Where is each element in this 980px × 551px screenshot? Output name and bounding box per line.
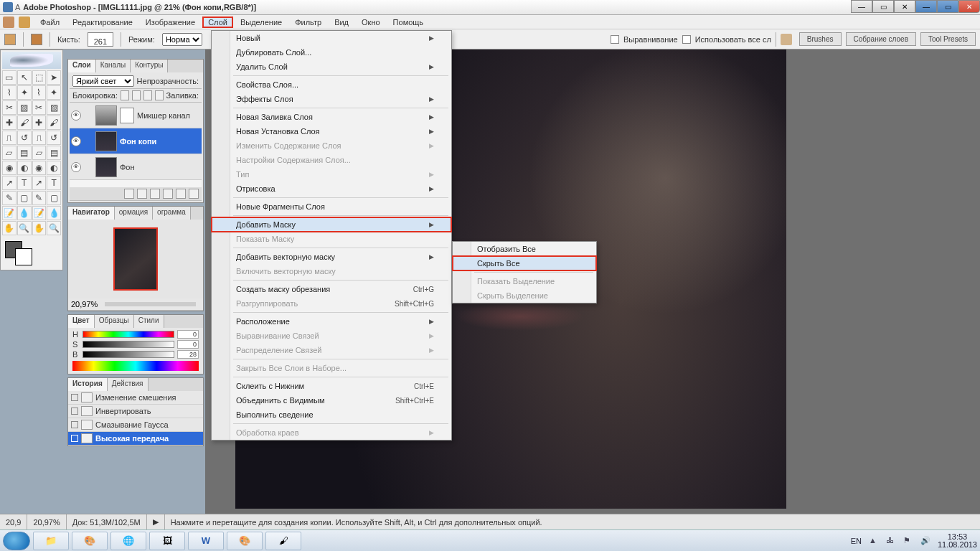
use-all-checkbox[interactable] bbox=[682, 35, 691, 44]
tool-type[interactable]: T bbox=[17, 176, 32, 190]
tool-brush2[interactable]: 🖌 bbox=[47, 116, 61, 130]
tool-history2[interactable]: ↺ bbox=[47, 131, 61, 145]
file-browser-icon[interactable] bbox=[781, 34, 792, 45]
bri-value[interactable]: 28 bbox=[177, 350, 199, 359]
menu-item[interactable]: Новая Установка Слоя▶ bbox=[212, 124, 451, 138]
tool-shape2[interactable]: ▢ bbox=[47, 191, 61, 205]
inner-close-button[interactable]: ✕ bbox=[894, 0, 915, 13]
tool-path2[interactable]: ↗ bbox=[32, 176, 47, 190]
taskbar-chrome[interactable]: 🌐 bbox=[110, 532, 146, 550]
tool-stamp[interactable]: ⎍ bbox=[2, 131, 17, 145]
tool-hand2[interactable]: ✋ bbox=[32, 221, 47, 235]
inner-restore-button[interactable]: ▭ bbox=[872, 0, 894, 13]
layer-row[interactable]: 👁 Микшер канал bbox=[70, 103, 202, 128]
minimize-button[interactable]: — bbox=[915, 0, 937, 13]
menu-layer[interactable]: Слой bbox=[202, 17, 233, 28]
tool-wand[interactable]: ✦ bbox=[17, 85, 32, 100]
menu-item[interactable]: Добавить Маску▶ bbox=[212, 217, 451, 232]
tab-styles[interactable]: Стили bbox=[134, 315, 164, 328]
tool-wand2[interactable]: ✦ bbox=[47, 85, 61, 100]
lock-all-icon[interactable] bbox=[155, 90, 164, 100]
submenu-item[interactable]: Отобразить Все bbox=[453, 242, 596, 256]
network-icon[interactable]: 🖧 bbox=[886, 536, 896, 546]
maximize-button[interactable]: ▭ bbox=[937, 0, 958, 13]
menu-item[interactable]: Отрисовка▶ bbox=[212, 182, 451, 196]
menu-edit[interactable]: Редактирование bbox=[67, 17, 138, 28]
tab-navigator[interactable]: Навигатор bbox=[68, 207, 115, 220]
lang-indicator[interactable]: EN bbox=[851, 537, 862, 545]
tab-channels[interactable]: Каналы bbox=[96, 60, 131, 72]
new-layer-icon[interactable] bbox=[176, 189, 186, 199]
sat-slider[interactable] bbox=[83, 341, 174, 348]
taskbar-explorer[interactable]: 📁 bbox=[33, 532, 69, 550]
tool-move[interactable]: ↖ bbox=[17, 70, 32, 85]
tool-hand[interactable]: ✋ bbox=[2, 221, 17, 235]
brush-preview[interactable]: 261 bbox=[88, 32, 113, 47]
tool-path[interactable]: ↗ bbox=[2, 176, 17, 190]
tool-shape[interactable]: ▢ bbox=[17, 191, 32, 205]
dock-brushes[interactable]: Brushes bbox=[799, 32, 842, 46]
tool-pen2[interactable]: ✎ bbox=[32, 191, 47, 205]
taskbar-word[interactable]: W bbox=[188, 532, 224, 550]
tool-dodge[interactable]: ◐ bbox=[17, 161, 32, 175]
menu-help[interactable]: Помощь bbox=[387, 17, 430, 28]
tool-crop[interactable]: ✂ bbox=[2, 100, 17, 115]
lock-pixels-icon[interactable] bbox=[132, 90, 141, 100]
layer-row[interactable]: 👁 Фон копи bbox=[70, 128, 202, 154]
tab-layers[interactable]: Слои bbox=[68, 60, 96, 72]
menu-item[interactable]: Новая Заливка Слоя▶ bbox=[212, 110, 451, 124]
flag-icon[interactable]: ▲ bbox=[869, 536, 879, 546]
tool-brush[interactable]: 🖌 bbox=[17, 116, 32, 130]
tool-zoom2[interactable]: 🔍 bbox=[47, 221, 61, 235]
tool-eraser[interactable]: ▱ bbox=[2, 146, 17, 160]
tool-marquee2[interactable]: ⬚ bbox=[32, 70, 47, 85]
tool-crop2[interactable]: ✂ bbox=[32, 100, 47, 115]
status-zoom[interactable]: 20,97% bbox=[27, 514, 66, 529]
menu-item[interactable]: Создать маску обрезанияCtrl+G bbox=[212, 282, 451, 296]
sat-value[interactable]: 0 bbox=[177, 340, 199, 349]
menu-item[interactable]: Расположение▶ bbox=[212, 314, 451, 329]
tool-lasso2[interactable]: ⌇ bbox=[32, 85, 47, 100]
lock-position-icon[interactable] bbox=[143, 90, 152, 100]
close-button[interactable]: ✕ bbox=[958, 0, 980, 13]
tool-stamp2[interactable]: ⎍ bbox=[32, 131, 47, 145]
inner-minimize-button[interactable]: — bbox=[851, 0, 872, 13]
submenu-item[interactable]: Скрыть Все bbox=[453, 256, 596, 270]
dock-layers-set[interactable]: Собрание слоев bbox=[846, 32, 916, 46]
lock-transparent-icon[interactable] bbox=[121, 90, 129, 100]
align-checkbox[interactable] bbox=[611, 35, 619, 44]
menu-select[interactable]: Выделение bbox=[235, 17, 288, 28]
menu-item[interactable]: Удалить Слой▶ bbox=[212, 60, 451, 74]
hue-value[interactable]: 0 bbox=[177, 330, 199, 339]
status-doc-size[interactable]: Док: 51,3M/102,5M bbox=[67, 514, 147, 529]
tool-pen[interactable]: ✎ bbox=[2, 191, 17, 205]
clock[interactable]: 13:5311.08.2013 bbox=[938, 533, 977, 549]
tool-notes[interactable]: 📝 bbox=[2, 206, 17, 220]
history-row[interactable]: Инвертировать bbox=[68, 405, 203, 418]
tool-move2[interactable]: ➤ bbox=[47, 70, 61, 85]
hue-slider[interactable] bbox=[83, 331, 174, 338]
color-swatches[interactable] bbox=[2, 238, 61, 268]
tool-eyedrop[interactable]: 💧 bbox=[17, 206, 32, 220]
history-row[interactable]: Изменение смешения bbox=[68, 391, 203, 405]
layer-row[interactable]: 👁 Фон bbox=[70, 154, 202, 180]
taskbar-app2[interactable]: 🖼 bbox=[149, 532, 185, 550]
tool-gradient2[interactable]: ▤ bbox=[47, 146, 61, 160]
dock-tool-presets[interactable]: Tool Presets bbox=[920, 32, 976, 46]
tab-swatches[interactable]: Образцы bbox=[95, 315, 134, 328]
history-row[interactable]: Смазывание Гаусса bbox=[68, 418, 203, 432]
tool-eraser2[interactable]: ▱ bbox=[32, 146, 47, 160]
bri-slider[interactable] bbox=[83, 351, 174, 358]
menu-file[interactable]: Файл bbox=[34, 17, 65, 28]
start-button[interactable] bbox=[3, 532, 30, 550]
eye-icon[interactable]: 👁 bbox=[71, 162, 81, 172]
tool-icon[interactable] bbox=[4, 34, 16, 45]
tab-histogram[interactable]: ограмма bbox=[153, 207, 191, 220]
tab-actions[interactable]: Действия bbox=[108, 378, 149, 391]
menu-item[interactable]: Новый▶ bbox=[212, 31, 451, 45]
tool-heal[interactable]: ✚ bbox=[2, 116, 17, 130]
tool-gradient[interactable]: ▤ bbox=[17, 146, 32, 160]
taskbar-ps[interactable]: 🖌 bbox=[265, 532, 301, 550]
menu-window[interactable]: Окно bbox=[356, 17, 386, 28]
menu-item[interactable]: Объединить с ВидимымShift+Ctrl+E bbox=[212, 393, 451, 408]
